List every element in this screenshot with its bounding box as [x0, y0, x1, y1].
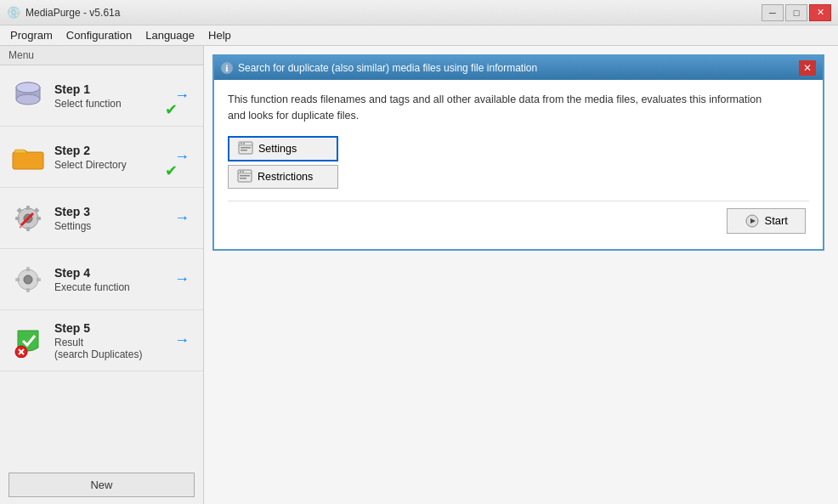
settings-btn-icon — [238, 141, 253, 156]
menu-bar: Program Configuration Language Help — [0, 25, 838, 46]
maximize-button[interactable]: □ — [785, 4, 807, 21]
svg-point-26 — [243, 143, 245, 144]
step5-text: Step 5 Result(search Duplicates) — [54, 321, 174, 360]
start-btn-label: Start — [765, 214, 788, 227]
step2-title: Step 2 — [54, 144, 174, 157]
dialog-description: This function reads filenames and tags a… — [228, 92, 809, 124]
step3-subtitle: Settings — [54, 220, 174, 232]
step2-check: ✔ — [165, 161, 178, 180]
start-btn-icon — [745, 213, 760, 229]
step1-check: ✔ — [165, 100, 178, 119]
menu-help[interactable]: Help — [201, 27, 238, 43]
svg-point-15 — [24, 275, 32, 284]
menu-program[interactable]: Program — [3, 27, 59, 43]
start-button[interactable]: Start — [727, 208, 806, 234]
step2-icon — [8, 138, 48, 177]
step3-title: Step 3 — [54, 205, 174, 218]
step1-text: Step 1 Select function — [54, 82, 174, 110]
svg-rect-16 — [26, 267, 30, 271]
svg-rect-6 — [26, 206, 30, 210]
svg-rect-33 — [240, 175, 250, 177]
main-container: Menu Step 1 Select function — [0, 46, 838, 504]
menu-language[interactable]: Language — [139, 27, 201, 43]
menu-configuration[interactable]: Configuration — [59, 27, 139, 43]
sidebar-item-step3[interactable]: Step 3 Settings → — [0, 188, 203, 249]
step4-subtitle: Execute function — [54, 281, 174, 293]
step4-title: Step 4 — [54, 266, 174, 280]
sidebar-item-step1[interactable]: Step 1 Select function → ✔ — [0, 65, 203, 127]
sidebar-item-step5[interactable]: Step 5 Result(search Duplicates) → — [0, 310, 203, 371]
dialog-title-bar: ℹ Search for duplicate (also similar) me… — [214, 56, 823, 80]
svg-rect-18 — [15, 278, 20, 281]
title-bar: 💿 MediaPurge - v5.61a ─ □ ✕ — [0, 0, 838, 25]
svg-rect-8 — [15, 217, 20, 220]
dialog-title-left: ℹ Search for duplicate (also similar) me… — [221, 62, 537, 74]
sidebar: Menu Step 1 Select function — [0, 46, 204, 504]
dialog-box: ℹ Search for duplicate (also similar) me… — [212, 54, 824, 251]
svg-rect-19 — [37, 278, 41, 281]
minimize-button[interactable]: ─ — [762, 4, 784, 21]
svg-rect-28 — [241, 150, 247, 151]
step3-arrow: → — [174, 209, 190, 227]
step5-icon — [8, 321, 48, 360]
step3-text: Step 3 Settings — [54, 205, 174, 232]
svg-rect-7 — [26, 227, 30, 231]
step1-subtitle: Select function — [54, 98, 174, 110]
restrictions-btn-label: Restrictions — [258, 171, 313, 183]
svg-point-25 — [241, 143, 242, 144]
svg-rect-27 — [241, 147, 251, 149]
close-button[interactable]: ✕ — [809, 4, 831, 21]
settings-button[interactable]: Settings — [228, 136, 338, 161]
dialog-body: This function reads filenames and tags a… — [214, 80, 823, 249]
svg-rect-17 — [26, 288, 30, 292]
window-controls: ─ □ ✕ — [762, 4, 831, 21]
dialog-footer: Start — [228, 201, 809, 237]
svg-point-3 — [16, 82, 40, 93]
step4-arrow: → — [174, 270, 190, 288]
svg-rect-9 — [37, 217, 41, 220]
app-icon: 💿 — [7, 6, 20, 20]
step3-icon — [8, 199, 48, 238]
step5-title: Step 5 — [54, 321, 174, 335]
restrictions-button[interactable]: Restrictions — [228, 165, 338, 189]
step5-arrow: → — [174, 331, 190, 349]
svg-point-31 — [240, 171, 241, 173]
dialog-title-icon: ℹ — [221, 62, 233, 74]
content-area: ℹ Search for duplicate (also similar) me… — [204, 46, 838, 504]
step1-icon — [8, 76, 48, 116]
dialog-buttons: Settings Restrictions — [228, 136, 809, 189]
svg-rect-34 — [240, 178, 246, 179]
sidebar-item-step4[interactable]: Step 4 Execute function → — [0, 249, 203, 310]
app-title: MediaPurge - v5.61a — [25, 7, 120, 19]
step2-subtitle: Select Directory — [54, 159, 174, 171]
dialog-title-text: Search for duplicate (also similar) medi… — [238, 62, 537, 74]
step4-text: Step 4 Execute function — [54, 266, 174, 293]
sidebar-item-step2[interactable]: Step 2 Select Directory → ✔ — [0, 127, 203, 188]
svg-point-32 — [242, 171, 244, 173]
step4-icon — [8, 260, 48, 299]
step2-text: Step 2 Select Directory — [54, 144, 174, 171]
restrictions-btn-icon — [237, 169, 252, 184]
settings-btn-label: Settings — [258, 143, 297, 155]
step1-title: Step 1 — [54, 82, 174, 96]
sidebar-steps: Step 1 Select function → ✔ Step 2 S — [0, 65, 203, 466]
svg-point-2 — [16, 94, 40, 105]
dialog-close-button[interactable]: ✕ — [799, 60, 816, 76]
new-button[interactable]: New — [8, 473, 195, 497]
step5-subtitle: Result(search Duplicates) — [54, 337, 174, 360]
sidebar-menu-label: Menu — [0, 46, 203, 65]
